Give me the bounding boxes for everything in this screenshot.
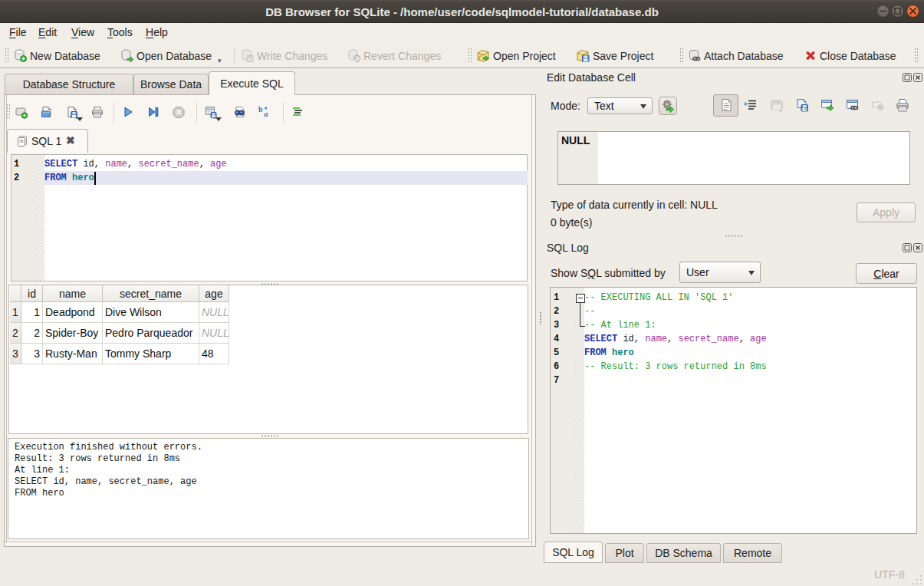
svg-text:b: b [258, 105, 263, 114]
svg-text:a: a [264, 109, 268, 118]
